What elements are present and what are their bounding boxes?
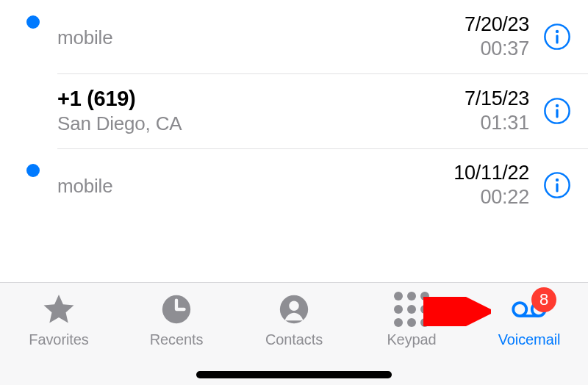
- voicemail-right-col: 7/20/23 00:37: [465, 13, 579, 60]
- svg-rect-8: [556, 183, 558, 192]
- tab-label: Contacts: [265, 331, 323, 348]
- tab-recents[interactable]: Recents: [121, 292, 232, 348]
- info-icon: [543, 171, 571, 199]
- info-button[interactable]: [542, 96, 572, 126]
- tab-contacts[interactable]: Contacts: [239, 292, 349, 348]
- info-icon: [543, 97, 571, 125]
- voicemail-caller: +1 (619): [57, 87, 465, 111]
- svg-point-1: [556, 30, 559, 33]
- svg-rect-5: [556, 109, 558, 118]
- info-button[interactable]: [542, 170, 572, 200]
- voicemail-row[interactable]: +1 (619) San Diego, CA 7/15/23 01:31: [0, 73, 588, 148]
- home-indicator: [196, 371, 392, 378]
- annotation-arrow-icon: [420, 297, 491, 326]
- voicemail-date: 10/11/22: [453, 162, 529, 184]
- voicemail-text-col: +1 (619) San Diego, CA: [57, 87, 465, 135]
- unread-indicator-col: [9, 87, 57, 89]
- voicemail-meta: San Diego, CA: [57, 112, 465, 135]
- voicemail-date-duration: 7/15/23 01:31: [465, 87, 529, 134]
- tab-label: Voicemail: [498, 331, 561, 348]
- voicemail-duration: 01:31: [480, 112, 529, 134]
- voicemail-meta: mobile: [57, 26, 465, 49]
- voicemail-date-duration: 7/20/23 00:37: [465, 13, 529, 60]
- svg-point-7: [556, 179, 559, 181]
- voicemail-duration: 00:37: [480, 37, 529, 60]
- voicemail-badge: 8: [531, 287, 556, 312]
- voicemail-text-col: mobile: [57, 173, 453, 198]
- svg-rect-2: [556, 35, 558, 43]
- voicemail-row[interactable]: mobile 7/20/23 00:37: [0, 0, 588, 73]
- voicemail-row[interactable]: mobile 10/11/22 00:22: [0, 148, 588, 222]
- tab-bar: Favorites Recents Contacts Keypad Voicem…: [0, 282, 588, 385]
- unread-dot-icon: [26, 164, 40, 177]
- voicemail-right-col: 10/11/22 00:22: [453, 162, 579, 209]
- svg-point-11: [289, 301, 298, 311]
- voicemail-list: mobile 7/20/23 00:37 +1 (619) San Diego,…: [0, 0, 588, 222]
- voicemail-right-col: 7/15/23 01:31: [465, 87, 579, 134]
- star-icon: [41, 292, 76, 327]
- voicemail-meta: mobile: [57, 175, 453, 198]
- tab-label: Recents: [150, 331, 204, 348]
- tab-label: Keypad: [387, 331, 436, 348]
- tab-favorites[interactable]: Favorites: [4, 292, 114, 348]
- clock-icon: [159, 292, 194, 327]
- person-icon: [276, 292, 312, 327]
- unread-indicator-col: [9, 13, 57, 29]
- voicemail-date: 7/15/23: [465, 87, 529, 110]
- unread-dot-icon: [26, 15, 40, 29]
- voicemail-date: 7/20/23: [465, 13, 529, 36]
- svg-point-4: [556, 104, 559, 107]
- voicemail-duration: 00:22: [480, 186, 529, 209]
- unread-indicator-col: [9, 162, 57, 177]
- info-icon: [543, 23, 571, 51]
- voicemail-text-col: mobile: [57, 25, 465, 49]
- voicemail-date-duration: 10/11/22 00:22: [453, 162, 529, 209]
- svg-point-12: [513, 303, 526, 316]
- tab-label: Favorites: [29, 331, 88, 348]
- info-button[interactable]: [542, 22, 572, 51]
